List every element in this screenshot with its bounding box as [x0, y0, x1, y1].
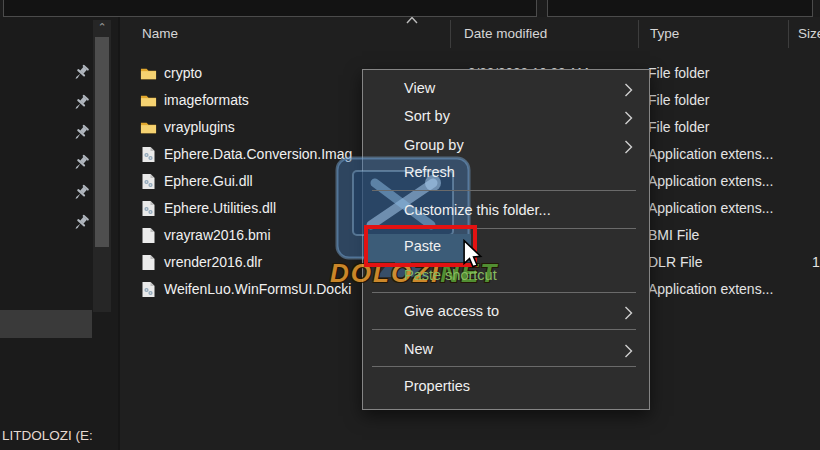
menu-item-refresh[interactable]: Refresh	[362, 160, 648, 188]
sidebar-selected-item[interactable]	[0, 310, 92, 338]
menu-item-group-by[interactable]: Group by	[362, 133, 648, 161]
chevron-right-icon	[624, 111, 633, 125]
navigation-pane: ⌃ LITDOLOZI (E:	[0, 17, 119, 450]
menu-separator	[372, 366, 636, 367]
pin-icon	[68, 210, 93, 235]
menu-item-sort-by[interactable]: Sort by	[362, 104, 648, 132]
file-icon	[140, 227, 157, 244]
menu-item-paste-shortcut[interactable]: Paste shortcut	[362, 263, 648, 291]
pane-divider	[118, 17, 120, 450]
dll-icon	[140, 281, 157, 298]
dll-icon	[140, 173, 157, 190]
pin-icon	[68, 90, 93, 115]
menu-item-give-access-to[interactable]: Give access to	[362, 299, 648, 327]
column-divider[interactable]	[788, 20, 789, 48]
column-divider[interactable]	[638, 20, 639, 48]
list-header: Name Date modified Type Size	[120, 18, 820, 50]
pin-icon	[68, 150, 93, 175]
chevron-right-icon	[624, 83, 633, 97]
menu-item-customize-this-folder[interactable]: Customize this folder...	[362, 198, 648, 226]
scroll-up-icon[interactable]: ⌃	[96, 21, 108, 33]
chevron-right-icon	[624, 140, 633, 154]
pin-icon	[68, 180, 93, 205]
scrollbar-thumb[interactable]	[95, 37, 109, 247]
column-header-type[interactable]: Type	[650, 26, 679, 41]
mouse-cursor-icon	[461, 239, 483, 269]
dll-icon	[140, 146, 157, 163]
size-cell: 1	[812, 254, 820, 270]
chevron-right-icon	[624, 306, 633, 320]
address-bar[interactable]	[3, 0, 537, 17]
column-header-name[interactable]: Name	[142, 26, 178, 41]
dll-icon	[140, 200, 157, 217]
column-header-size[interactable]: Size	[798, 26, 820, 41]
menu-item-view[interactable]: View	[362, 76, 648, 104]
column-divider[interactable]	[450, 20, 451, 48]
menu-separator	[372, 329, 636, 330]
search-box[interactable]	[547, 0, 813, 17]
toolbar-strip	[0, 0, 820, 17]
menu-item-properties[interactable]: Properties	[362, 374, 648, 402]
menu-separator	[372, 190, 636, 191]
folder-icon	[140, 119, 157, 136]
pin-icon	[68, 120, 93, 145]
sidebar-drive-label[interactable]: LITDOLOZI (E:	[2, 428, 93, 443]
menu-item-new[interactable]: New	[362, 337, 648, 365]
pin-icon	[68, 60, 93, 85]
folder-icon	[140, 92, 157, 109]
folder-icon	[140, 65, 157, 82]
chevron-right-icon	[624, 344, 633, 358]
menu-separator	[372, 292, 636, 293]
column-header-date-modified[interactable]: Date modified	[464, 26, 547, 41]
file-icon	[140, 254, 157, 271]
sort-ascending-icon[interactable]	[406, 16, 418, 24]
